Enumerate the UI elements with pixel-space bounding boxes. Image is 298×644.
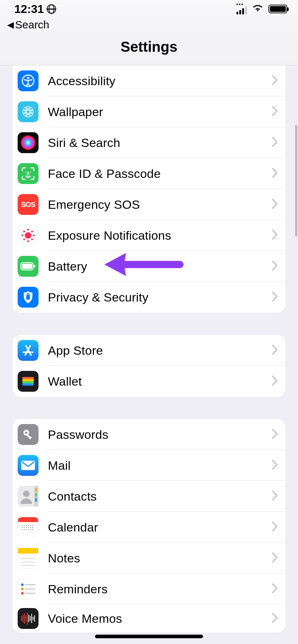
settings-section-store: App Store Wallet [13,335,285,397]
svg-rect-45 [18,521,38,522]
globe-icon [47,4,56,14]
row-label: Mail [48,459,272,473]
row-label: Face ID & Passcode [48,167,272,181]
svg-point-55 [28,527,29,528]
svg-point-51 [32,525,33,526]
back-search-link[interactable]: ◀ Search [0,18,298,35]
svg-point-23 [31,239,33,240]
svg-point-12 [20,135,36,151]
svg-point-56 [30,527,31,528]
svg-rect-30 [22,381,34,383]
row-label: Accessibility [48,74,272,88]
row-emergency-sos[interactable]: SOS Emergency SOS [13,189,285,220]
chevron-right-icon [272,428,278,441]
row-accessibility[interactable]: Accessibility [13,65,285,96]
row-battery[interactable]: Battery [13,251,285,282]
svg-point-15 [25,232,31,239]
voicememos-icon [18,608,39,629]
chevron-right-icon [272,344,278,356]
contacts-icon [18,486,39,507]
row-faceid-passcode[interactable]: Face ID & Passcode [13,158,285,189]
appstore-icon [18,340,39,361]
chevron-right-icon [272,198,278,211]
svg-point-14 [30,172,31,173]
row-label: Wallet [48,374,272,388]
status-left: 12:31 [14,3,56,16]
chevron-right-icon [272,260,278,272]
svg-point-21 [31,231,33,233]
svg-rect-36 [21,461,35,470]
svg-point-13 [26,172,27,173]
row-passwords[interactable]: Passwords [13,419,285,450]
svg-rect-29 [22,379,34,381]
chevron-right-icon [272,229,278,242]
row-wallet[interactable]: Wallet [13,366,285,397]
svg-rect-27 [26,295,30,300]
wifi-icon [252,4,263,14]
svg-point-49 [28,525,29,526]
svg-rect-31 [22,383,34,386]
svg-point-48 [26,525,27,526]
reminders-icon [18,579,39,599]
battery-icon [18,256,39,277]
passwords-icon [18,424,39,445]
svg-rect-25 [22,264,32,269]
svg-point-54 [26,527,27,528]
svg-point-58 [22,529,23,530]
row-reminders[interactable]: Reminders [13,574,285,604]
faceid-icon [18,163,39,184]
home-indicator[interactable] [95,635,203,638]
row-label: Reminders [48,582,272,596]
svg-point-57 [32,527,33,528]
row-label: Privacy & Security [48,290,272,304]
svg-point-47 [24,525,24,526]
svg-point-61 [28,529,29,530]
row-label: Voice Memos [48,612,272,626]
row-notes[interactable]: Notes [13,543,285,574]
cellular-icon [236,4,247,14]
wallet-icon [18,371,39,392]
row-calendar[interactable]: Calendar [13,512,285,543]
row-app-store[interactable]: App Store [13,335,285,366]
row-label: Battery [48,259,272,273]
svg-point-70 [21,584,24,586]
row-wallpaper[interactable]: Wallpaper [13,96,285,127]
svg-rect-66 [18,548,38,553]
svg-point-20 [23,231,25,233]
svg-point-46 [22,525,23,526]
page-title: Settings [0,39,298,55]
chevron-right-icon [272,552,278,564]
chevron-right-icon [272,375,278,387]
sos-icon: SOS [18,194,39,215]
status-bar: 12:31 [0,0,298,18]
svg-point-60 [26,529,27,530]
chevron-right-icon [272,291,278,303]
status-right [236,4,287,14]
svg-point-16 [27,229,29,231]
svg-point-62 [30,529,31,530]
row-label: Exposure Notifications [48,229,272,243]
back-chevron-icon: ◀ [7,20,14,30]
row-label: Notes [48,551,272,565]
svg-point-19 [33,235,35,236]
row-privacy-security[interactable]: Privacy & Security [13,282,285,313]
chevron-right-icon [272,137,278,149]
svg-rect-28 [22,377,34,379]
row-exposure-notifications[interactable]: Exposure Notifications [13,220,285,251]
row-contacts[interactable]: Contacts [13,481,285,512]
chevron-right-icon [272,167,278,180]
row-label: Emergency SOS [48,198,272,212]
chevron-right-icon [272,612,278,625]
row-mail[interactable]: Mail [13,450,285,481]
scrollbar[interactable] [295,125,297,236]
svg-point-52 [22,527,23,528]
row-voice-memos[interactable]: Voice Memos [13,604,285,632]
row-siri-search[interactable]: Siri & Search [13,127,285,158]
svg-point-53 [24,527,24,528]
svg-point-72 [21,592,24,595]
accessibility-icon [18,70,39,91]
battery-status-icon [268,5,287,13]
exposure-icon [18,225,39,246]
svg-rect-26 [34,265,35,268]
calendar-icon [18,517,39,538]
